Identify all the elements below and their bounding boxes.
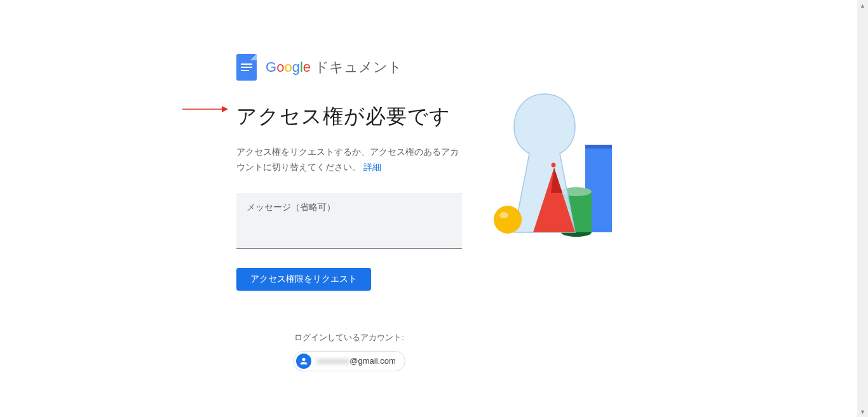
avatar-icon (296, 354, 311, 369)
account-email: xxxxxxxx@gmail.com (316, 356, 395, 366)
page-title: アクセス権が必要です (236, 103, 462, 131)
scrollbar-down-button[interactable]: ▼ (857, 406, 868, 417)
svg-rect-1 (585, 145, 612, 149)
product-name: Google ドキュメント (266, 58, 402, 77)
learn-more-link[interactable]: 詳細 (363, 162, 381, 172)
product-header: Google ドキュメント (236, 54, 868, 81)
account-switcher[interactable]: xxxxxxxx@gmail.com (293, 351, 405, 371)
access-description: アクセス権をリクエストするか、アクセス権のあるアカウントに切り替えてください。 … (236, 145, 462, 175)
account-label: ログインしているアカウント: (236, 332, 462, 343)
svg-point-8 (499, 212, 508, 218)
description-text: アクセス権をリクエストするか、アクセス権のあるアカウントに切り替えてください。 (236, 147, 459, 172)
google-logo: Google (266, 59, 311, 76)
svg-point-7 (494, 206, 522, 234)
scrollbar-up-button[interactable]: ▲ (857, 0, 868, 11)
message-input[interactable] (236, 193, 462, 249)
product-label: ドキュメント (315, 58, 402, 77)
scrollbar-track[interactable] (857, 0, 868, 417)
request-access-button[interactable]: アクセス権限をリクエスト (236, 268, 371, 291)
access-illustration (487, 90, 634, 255)
google-docs-icon (236, 54, 257, 81)
svg-point-9 (552, 163, 556, 168)
